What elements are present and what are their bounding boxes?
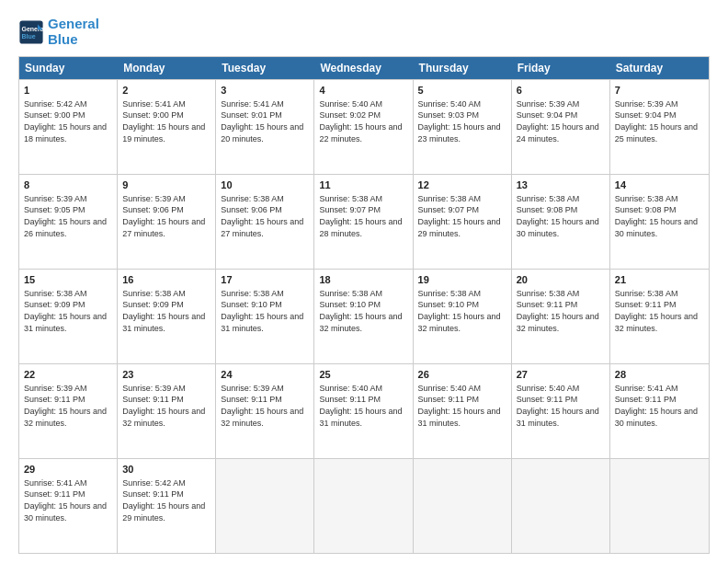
day-cell-29: 29Sunrise: 5:41 AMSunset: 9:11 PMDayligh… xyxy=(19,459,118,553)
calendar-week-1: 1Sunrise: 5:42 AMSunset: 9:00 PMDaylight… xyxy=(19,79,709,174)
empty-cell xyxy=(216,459,314,553)
calendar-week-4: 22Sunrise: 5:39 AMSunset: 9:11 PMDayligh… xyxy=(19,363,709,458)
day-info: Sunrise: 5:41 AMSunset: 9:01 PMDaylight:… xyxy=(221,98,309,144)
empty-cell xyxy=(610,459,709,553)
svg-rect-0 xyxy=(19,20,42,43)
day-info: Sunrise: 5:39 AMSunset: 9:11 PMDaylight:… xyxy=(221,383,309,429)
day-info: Sunrise: 5:40 AMSunset: 9:03 PMDaylight:… xyxy=(418,98,506,144)
day-cell-21: 21Sunrise: 5:38 AMSunset: 9:11 PMDayligh… xyxy=(610,270,709,363)
day-number: 11 xyxy=(319,178,407,192)
calendar-week-5: 29Sunrise: 5:41 AMSunset: 9:11 PMDayligh… xyxy=(19,458,709,553)
day-number: 27 xyxy=(517,368,605,382)
day-info: Sunrise: 5:41 AMSunset: 9:00 PMDaylight:… xyxy=(122,98,210,144)
day-cell-25: 25Sunrise: 5:40 AMSunset: 9:11 PMDayligh… xyxy=(314,364,413,458)
day-cell-18: 18Sunrise: 5:38 AMSunset: 9:10 PMDayligh… xyxy=(314,270,413,363)
day-info: Sunrise: 5:38 AMSunset: 9:10 PMDaylight:… xyxy=(221,288,309,334)
day-info: Sunrise: 5:38 AMSunset: 9:07 PMDaylight:… xyxy=(319,193,407,239)
day-number: 20 xyxy=(517,273,605,287)
day-cell-5: 5Sunrise: 5:40 AMSunset: 9:03 PMDaylight… xyxy=(414,80,512,174)
day-info: Sunrise: 5:38 AMSunset: 9:09 PMDaylight:… xyxy=(122,288,210,334)
day-number: 8 xyxy=(24,178,112,192)
empty-cell xyxy=(314,459,413,553)
calendar-week-2: 8Sunrise: 5:39 AMSunset: 9:05 PMDaylight… xyxy=(19,174,709,269)
day-number: 2 xyxy=(122,84,210,98)
calendar-header-row: SundayMondayTuesdayWednesdayThursdayFrid… xyxy=(19,57,709,79)
day-cell-14: 14Sunrise: 5:38 AMSunset: 9:08 PMDayligh… xyxy=(610,175,709,269)
day-cell-2: 2Sunrise: 5:41 AMSunset: 9:00 PMDaylight… xyxy=(118,80,216,174)
day-info: Sunrise: 5:38 AMSunset: 9:11 PMDaylight:… xyxy=(517,288,605,334)
day-number: 18 xyxy=(319,273,407,287)
day-cell-24: 24Sunrise: 5:39 AMSunset: 9:11 PMDayligh… xyxy=(216,364,314,458)
day-info: Sunrise: 5:39 AMSunset: 9:05 PMDaylight:… xyxy=(24,193,112,239)
day-cell-3: 3Sunrise: 5:41 AMSunset: 9:01 PMDaylight… xyxy=(216,80,314,174)
day-cell-28: 28Sunrise: 5:41 AMSunset: 9:11 PMDayligh… xyxy=(610,364,709,458)
day-cell-12: 12Sunrise: 5:38 AMSunset: 9:07 PMDayligh… xyxy=(414,175,512,269)
day-info: Sunrise: 5:39 AMSunset: 9:11 PMDaylight:… xyxy=(24,383,112,429)
header-cell-tuesday: Tuesday xyxy=(216,57,314,79)
day-number: 13 xyxy=(517,178,605,192)
day-info: Sunrise: 5:38 AMSunset: 9:10 PMDaylight:… xyxy=(418,288,506,334)
page-header: General Blue GeneralBlue xyxy=(18,17,710,47)
day-info: Sunrise: 5:40 AMSunset: 9:11 PMDaylight:… xyxy=(319,383,407,429)
day-cell-15: 15Sunrise: 5:38 AMSunset: 9:09 PMDayligh… xyxy=(19,270,118,363)
calendar-grid: SundayMondayTuesdayWednesdayThursdayFrid… xyxy=(18,56,710,554)
day-cell-9: 9Sunrise: 5:39 AMSunset: 9:06 PMDaylight… xyxy=(118,175,216,269)
day-info: Sunrise: 5:38 AMSunset: 9:08 PMDaylight:… xyxy=(615,193,704,239)
calendar-week-3: 15Sunrise: 5:38 AMSunset: 9:09 PMDayligh… xyxy=(19,269,709,363)
header-cell-sunday: Sunday xyxy=(19,57,118,79)
day-number: 1 xyxy=(24,84,112,98)
day-info: Sunrise: 5:39 AMSunset: 9:04 PMDaylight:… xyxy=(517,98,605,144)
day-number: 7 xyxy=(615,84,704,98)
day-number: 26 xyxy=(418,368,506,382)
logo-icon: General Blue xyxy=(18,19,44,45)
day-number: 24 xyxy=(221,368,309,382)
day-cell-11: 11Sunrise: 5:38 AMSunset: 9:07 PMDayligh… xyxy=(314,175,413,269)
day-cell-19: 19Sunrise: 5:38 AMSunset: 9:10 PMDayligh… xyxy=(414,270,512,363)
day-cell-17: 17Sunrise: 5:38 AMSunset: 9:10 PMDayligh… xyxy=(216,270,314,363)
svg-text:Blue: Blue xyxy=(22,33,36,40)
day-cell-13: 13Sunrise: 5:38 AMSunset: 9:08 PMDayligh… xyxy=(512,175,610,269)
day-info: Sunrise: 5:40 AMSunset: 9:02 PMDaylight:… xyxy=(319,98,407,144)
day-number: 12 xyxy=(418,178,506,192)
day-cell-27: 27Sunrise: 5:40 AMSunset: 9:11 PMDayligh… xyxy=(512,364,610,458)
day-number: 4 xyxy=(319,84,407,98)
day-cell-8: 8Sunrise: 5:39 AMSunset: 9:05 PMDaylight… xyxy=(19,175,118,269)
header-cell-monday: Monday xyxy=(118,57,216,79)
logo-text: GeneralBlue xyxy=(48,17,99,47)
day-number: 30 xyxy=(122,463,210,477)
day-number: 17 xyxy=(221,273,309,287)
calendar-body: 1Sunrise: 5:42 AMSunset: 9:00 PMDaylight… xyxy=(19,79,709,553)
day-cell-20: 20Sunrise: 5:38 AMSunset: 9:11 PMDayligh… xyxy=(512,270,610,363)
logo: General Blue GeneralBlue xyxy=(18,17,99,47)
day-number: 9 xyxy=(122,178,210,192)
day-cell-16: 16Sunrise: 5:38 AMSunset: 9:09 PMDayligh… xyxy=(118,270,216,363)
day-number: 23 xyxy=(122,368,210,382)
day-number: 28 xyxy=(615,368,704,382)
calendar-page: General Blue GeneralBlue SundayMondayTue… xyxy=(0,0,728,563)
day-info: Sunrise: 5:38 AMSunset: 9:09 PMDaylight:… xyxy=(24,288,112,334)
day-cell-10: 10Sunrise: 5:38 AMSunset: 9:06 PMDayligh… xyxy=(216,175,314,269)
day-info: Sunrise: 5:38 AMSunset: 9:08 PMDaylight:… xyxy=(517,193,605,239)
day-cell-22: 22Sunrise: 5:39 AMSunset: 9:11 PMDayligh… xyxy=(19,364,118,458)
day-info: Sunrise: 5:41 AMSunset: 9:11 PMDaylight:… xyxy=(24,477,112,523)
day-cell-30: 30Sunrise: 5:42 AMSunset: 9:11 PMDayligh… xyxy=(118,459,216,553)
day-info: Sunrise: 5:39 AMSunset: 9:11 PMDaylight:… xyxy=(122,383,210,429)
day-info: Sunrise: 5:42 AMSunset: 9:11 PMDaylight:… xyxy=(122,477,210,523)
day-info: Sunrise: 5:39 AMSunset: 9:06 PMDaylight:… xyxy=(122,193,210,239)
day-number: 21 xyxy=(615,273,704,287)
day-number: 25 xyxy=(319,368,407,382)
day-cell-4: 4Sunrise: 5:40 AMSunset: 9:02 PMDaylight… xyxy=(314,80,413,174)
day-number: 29 xyxy=(24,463,112,477)
day-info: Sunrise: 5:42 AMSunset: 9:00 PMDaylight:… xyxy=(24,98,112,144)
day-info: Sunrise: 5:38 AMSunset: 9:10 PMDaylight:… xyxy=(319,288,407,334)
day-number: 10 xyxy=(221,178,309,192)
day-info: Sunrise: 5:40 AMSunset: 9:11 PMDaylight:… xyxy=(517,383,605,429)
header-cell-friday: Friday xyxy=(512,57,610,79)
day-number: 5 xyxy=(418,84,506,98)
header-cell-saturday: Saturday xyxy=(610,57,709,79)
day-cell-1: 1Sunrise: 5:42 AMSunset: 9:00 PMDaylight… xyxy=(19,80,118,174)
empty-cell xyxy=(512,459,610,553)
empty-cell xyxy=(414,459,512,553)
day-number: 22 xyxy=(24,368,112,382)
day-cell-23: 23Sunrise: 5:39 AMSunset: 9:11 PMDayligh… xyxy=(118,364,216,458)
